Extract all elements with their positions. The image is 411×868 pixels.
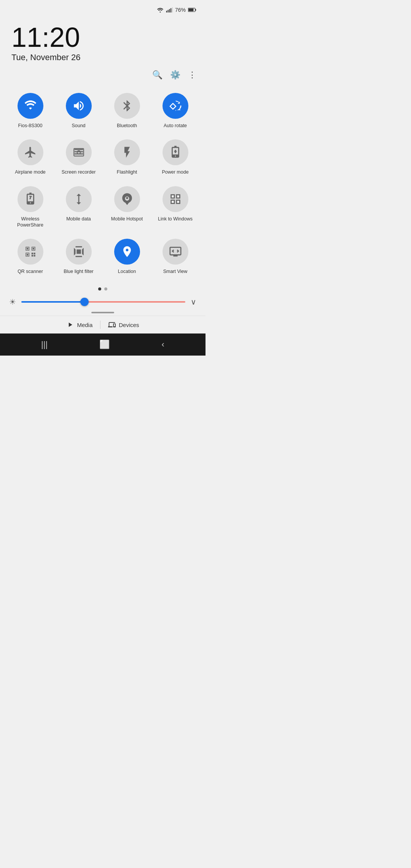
pagination (0, 284, 206, 294)
tile-autorotate[interactable]: Auto rotate (151, 88, 199, 134)
tile-powermode-icon (162, 139, 188, 165)
tile-mobiledata[interactable]: Mobile data (54, 181, 103, 234)
tile-flashlight-label: Flashlight (117, 169, 137, 175)
tile-sound-icon (66, 93, 92, 119)
bottom-bar: Media Devices (0, 316, 206, 333)
tile-screenrecorder-label: Screen recorder (62, 169, 96, 175)
tile-autorotate-icon (162, 93, 188, 119)
tile-wirelesspowershare[interactable]: Wireless PowerShare (6, 181, 54, 234)
home-bar (91, 312, 114, 313)
tile-airplane[interactable]: Airplane mode (6, 134, 54, 180)
tile-powermode[interactable]: Power mode (151, 134, 199, 180)
brightness-expand-icon[interactable]: ∨ (191, 297, 196, 306)
svg-rect-0 (166, 11, 167, 13)
devices-icon (108, 321, 116, 329)
tile-screenrecorder-icon (66, 139, 92, 165)
devices-label: Devices (119, 322, 139, 328)
tile-linktowindows-label: Link to Windows (158, 216, 193, 222)
more-icon[interactable]: ⋮ (188, 70, 196, 80)
signal-status-icon (166, 7, 173, 13)
tile-location[interactable]: Location (103, 233, 151, 280)
tile-wirelesspowershare-label: Wireless PowerShare (9, 216, 51, 228)
clock-time: 11:20 (11, 24, 194, 51)
tile-smartview-icon (162, 239, 188, 265)
status-bar: 76% (0, 0, 206, 16)
tile-wirelesspowershare-icon (18, 186, 43, 212)
tile-mobilehotspot-icon (114, 186, 140, 212)
status-icons: 76% (157, 7, 196, 13)
svg-rect-3 (170, 8, 171, 13)
svg-rect-6 (188, 8, 193, 11)
tile-powermode-label: Power mode (162, 169, 188, 175)
tile-qrscanner-label: QR scanner (18, 268, 43, 274)
tile-bluelightfilter[interactable]: Blue light filter (54, 233, 103, 280)
tile-location-label: Location (118, 268, 136, 274)
tile-mobilehotspot-label: Mobile Hotspot (111, 216, 143, 222)
quick-tiles-grid: Fios-8S300 Sound Bluetooth Auto rotate (0, 84, 206, 284)
tile-qrscanner-icon (18, 239, 43, 265)
svg-rect-4 (172, 7, 173, 13)
media-label: Media (77, 322, 92, 328)
tile-wifi[interactable]: Fios-8S300 (6, 88, 54, 134)
tile-wifi-icon (18, 93, 43, 119)
battery-icon (188, 8, 196, 12)
tile-linktowindows[interactable]: Link to Windows (151, 181, 199, 234)
tile-smartview[interactable]: Smart View (151, 233, 199, 280)
home-indicator (0, 310, 206, 316)
tile-bluetooth-icon (114, 93, 140, 119)
devices-button[interactable]: Devices (108, 321, 139, 329)
tile-flashlight[interactable]: Flashlight (103, 134, 151, 180)
tile-autorotate-label: Auto rotate (164, 123, 187, 129)
tile-bluetooth[interactable]: Bluetooth (103, 88, 151, 134)
media-button[interactable]: Media (66, 321, 92, 329)
battery-percent: 76% (175, 7, 186, 13)
brightness-icon: ☀ (9, 297, 16, 306)
tile-location-icon (114, 239, 140, 265)
tile-flashlight-icon (114, 139, 140, 165)
tile-bluelightfilter-icon (66, 239, 92, 265)
recent-apps-icon[interactable]: ||| (41, 340, 48, 349)
tile-bluelightfilter-label: Blue light filter (64, 268, 94, 274)
tile-mobiledata-icon (66, 186, 92, 212)
wifi-status-icon (157, 7, 164, 13)
home-icon[interactable]: ⬜ (99, 340, 110, 349)
back-icon[interactable]: ‹ (162, 340, 164, 349)
bottom-bar-separator (100, 321, 100, 329)
page-dot-2[interactable] (104, 287, 107, 290)
brightness-track[interactable] (21, 301, 185, 303)
tile-mobiledata-label: Mobile data (66, 216, 91, 222)
time-section: 11:20 Tue, November 26 (0, 16, 206, 66)
tile-bluetooth-label: Bluetooth (117, 123, 137, 129)
tile-sound-label: Sound (72, 123, 85, 129)
clock-date: Tue, November 26 (11, 53, 194, 62)
svg-rect-2 (169, 9, 170, 13)
tile-smartview-label: Smart View (163, 268, 188, 274)
tile-airplane-label: Airplane mode (15, 169, 46, 175)
brightness-thumb[interactable] (80, 298, 89, 306)
tile-screenrecorder[interactable]: Screen recorder (54, 134, 103, 180)
tile-sound[interactable]: Sound (54, 88, 103, 134)
tile-airplane-icon (18, 139, 43, 165)
media-play-icon (66, 321, 74, 329)
nav-bar: ||| ⬜ ‹ (0, 333, 206, 356)
tile-mobilehotspot[interactable]: Mobile Hotspot (103, 181, 151, 234)
svg-rect-7 (195, 9, 196, 11)
tile-qrscanner[interactable]: QR scanner (6, 233, 54, 280)
page-dot-1[interactable] (98, 287, 101, 290)
tile-wifi-label: Fios-8S300 (18, 123, 43, 129)
brightness-row: ☀ ∨ (0, 294, 206, 310)
settings-icon[interactable]: ⚙️ (170, 70, 180, 80)
tile-linktowindows-icon (162, 186, 188, 212)
svg-rect-1 (167, 10, 168, 13)
search-icon[interactable]: 🔍 (152, 70, 162, 80)
toolbar: 🔍 ⚙️ ⋮ (0, 66, 206, 84)
